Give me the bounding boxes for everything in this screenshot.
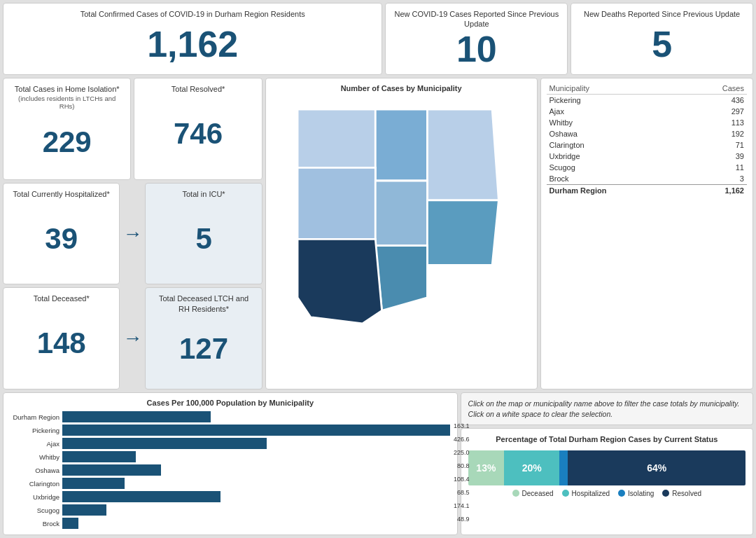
bar-fill [62, 425, 450, 436]
table-row[interactable]: Ajax297 [547, 106, 747, 117]
col-municipality: Municipality [547, 83, 687, 95]
muni-cases: 71 [686, 139, 747, 151]
total-cases-card: Total Confirmed Cases of COVID-19 in Dur… [3, 3, 382, 75]
bar-chart-title: Cases Per 100,000 Population by Municipa… [10, 399, 450, 407]
bottom-row: Cases Per 100,000 Population by Municipa… [3, 392, 753, 535]
status-seg-isolating [559, 450, 568, 485]
status-seg-resolved: 64% [568, 450, 746, 485]
map-title: Number of Cases by Municipality [272, 84, 531, 92]
status-legend: Deceased Hospitalized Isolating Resolved [468, 490, 746, 497]
table-row[interactable]: Brock3 [547, 173, 747, 185]
bar-fill [62, 518, 78, 529]
bar-container: 48.9 [62, 504, 450, 516]
bar-value: 174.1 [454, 502, 470, 509]
bar-label: Brock [10, 520, 59, 527]
muni-cases: 192 [686, 128, 747, 139]
bar-fill [62, 478, 125, 489]
map-note: Click on the map or municipality name ab… [461, 392, 753, 425]
svg-marker-7 [298, 240, 382, 324]
dashboard: Total Confirmed Cases of COVID-19 in Dur… [0, 0, 756, 538]
deceased-title: Total Deceased* [12, 294, 111, 303]
hospitalized-title: Total Currently Hospitalized* [12, 189, 111, 199]
bar-label: Clarington [10, 480, 59, 488]
table-row[interactable]: Whitby113 [547, 117, 747, 128]
legend-label: Hospitalized [572, 490, 610, 497]
status-bar: 13%20%64% [468, 450, 746, 485]
bar-chart-card: Cases Per 100,000 Population by Municipa… [3, 392, 458, 535]
table-row[interactable]: Clarington71 [547, 139, 747, 151]
bar-fill [62, 464, 161, 476]
bar-chart: Durham Region 163.1 Pickering 426.6 Ajax… [10, 411, 450, 529]
deceased-ltch-title: Total Deceased LTCH and RH Residents* [154, 294, 253, 314]
bar-container: 426.6 [62, 425, 450, 436]
muni-name: Brock [547, 173, 687, 185]
new-deaths-value: 5 [580, 19, 744, 69]
bar-row: Pickering 426.6 [10, 425, 450, 436]
bar-container: 225.0 [62, 438, 450, 449]
hospitalized-card: Total Currently Hospitalized* 39 [3, 183, 120, 285]
home-isolation-subtitle: (includes residents in LTCHs and RHs) [12, 95, 122, 110]
map-svg [272, 95, 531, 383]
table-row[interactable]: Oshawa192 [547, 128, 747, 139]
bar-label: Uxbridge [10, 493, 59, 501]
bar-container [62, 518, 450, 529]
stats-left: Total Cases in Home Isolation* (includes… [3, 78, 262, 389]
new-cases-value: 10 [394, 29, 559, 69]
total-cases-value: 1,162 [12, 19, 373, 69]
new-deaths-title: New Deaths Reported Since Previous Updat… [580, 9, 744, 19]
legend-label: Resolved [672, 490, 701, 497]
bar-container: 68.5 [62, 478, 450, 489]
table-total-row[interactable]: Durham Region1,162 [547, 185, 747, 197]
bar-label: Whitby [10, 453, 59, 461]
status-chart-card: Percentage of Total Durham Region Cases … [461, 428, 753, 535]
table-row[interactable]: Pickering436 [547, 95, 747, 106]
icu-card: Total in ICU* 5 [145, 183, 262, 285]
legend-deceased: Deceased [512, 490, 554, 497]
bar-value: 225.0 [454, 449, 470, 456]
bar-row: Whitby 80.8 [10, 451, 450, 462]
bar-row: Scugog 48.9 [10, 504, 450, 516]
status-seg-deceased: 13% [468, 450, 505, 485]
municipality-table: Municipality Cases Pickering436Ajax297Wh… [547, 83, 747, 196]
svg-marker-1 [375, 109, 427, 181]
hospitalized-value: 39 [12, 199, 111, 278]
legend-dot [662, 490, 669, 497]
legend-resolved: Resolved [662, 490, 701, 497]
muni-name: Whitby [547, 117, 687, 128]
bar-value: 108.4 [454, 476, 470, 483]
resolved-title: Total Resolved* [143, 84, 253, 94]
middle-section: Total Cases in Home Isolation* (includes… [3, 78, 753, 389]
svg-marker-3 [427, 109, 498, 200]
bar-fill [62, 451, 136, 462]
legend-label: Deceased [522, 490, 554, 497]
durham-map[interactable] [272, 95, 531, 383]
municipality-table-card: Municipality Cases Pickering436Ajax297Wh… [540, 78, 753, 389]
bar-fill [62, 438, 267, 449]
deceased-ltch-card: Total Deceased LTCH and RH Residents* 12… [145, 287, 262, 389]
map-card[interactable]: Number of Cases by Municipality [265, 78, 538, 389]
bar-container: 174.1 [62, 491, 450, 502]
bar-value: 68.5 [457, 489, 470, 496]
legend-label: Isolating [628, 490, 654, 497]
muni-cases: 297 [686, 106, 747, 117]
new-cases-card: New COVID-19 Cases Reported Since Previo… [385, 3, 568, 75]
muni-cases: 3 [686, 173, 747, 185]
home-isolation-title: Total Cases in Home Isolation* [12, 84, 122, 94]
top-row: Total Confirmed Cases of COVID-19 in Dur… [3, 3, 753, 75]
bar-container: 163.1 [62, 411, 450, 422]
home-isolation-value: 229 [12, 110, 122, 173]
bar-label: Ajax [10, 440, 59, 448]
deceased-value: 148 [12, 304, 111, 383]
table-row[interactable]: Scugog11 [547, 162, 747, 173]
bar-row: Ajax 225.0 [10, 438, 450, 449]
new-deaths-card: New Deaths Reported Since Previous Updat… [570, 3, 753, 75]
muni-cases: 39 [686, 151, 747, 162]
bar-label: Durham Region [10, 413, 59, 421]
map-note-text: Click on the map or municipality name ab… [468, 399, 740, 418]
svg-marker-2 [298, 168, 375, 240]
bar-fill [62, 411, 211, 422]
table-row[interactable]: Uxbridge39 [547, 151, 747, 162]
total-region: Durham Region [547, 185, 687, 197]
status-chart-title: Percentage of Total Durham Region Cases … [468, 434, 746, 444]
svg-marker-5 [427, 200, 498, 265]
